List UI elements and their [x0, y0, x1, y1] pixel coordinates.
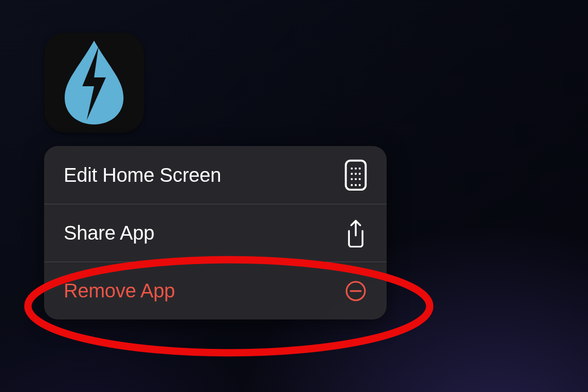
water-drop-lightning-icon: [57, 38, 131, 128]
svg-point-6: [359, 172, 361, 174]
app-icon[interactable]: [44, 33, 144, 133]
menu-item-label: Edit Home Screen: [64, 164, 221, 186]
menu-item-edit-home-screen[interactable]: Edit Home Screen: [44, 146, 387, 204]
app-context-menu: Edit Home Screen Share App: [44, 146, 387, 319]
minus-circle-icon: [344, 277, 367, 305]
svg-point-9: [359, 178, 361, 180]
menu-item-remove-app[interactable]: Remove App: [44, 262, 387, 319]
svg-point-3: [359, 167, 361, 169]
share-icon: [344, 220, 367, 247]
apps-grid-icon: [344, 161, 367, 189]
svg-point-2: [355, 167, 357, 169]
menu-item-share-app[interactable]: Share App: [44, 204, 387, 262]
svg-point-8: [355, 178, 357, 180]
svg-point-4: [351, 172, 353, 174]
menu-item-label: Remove App: [64, 280, 175, 302]
svg-point-10: [351, 184, 353, 186]
svg-point-5: [355, 172, 357, 174]
svg-point-7: [351, 178, 353, 180]
svg-point-11: [355, 184, 357, 186]
svg-point-12: [359, 184, 361, 186]
menu-item-label: Share App: [64, 222, 154, 244]
svg-point-1: [351, 167, 353, 169]
